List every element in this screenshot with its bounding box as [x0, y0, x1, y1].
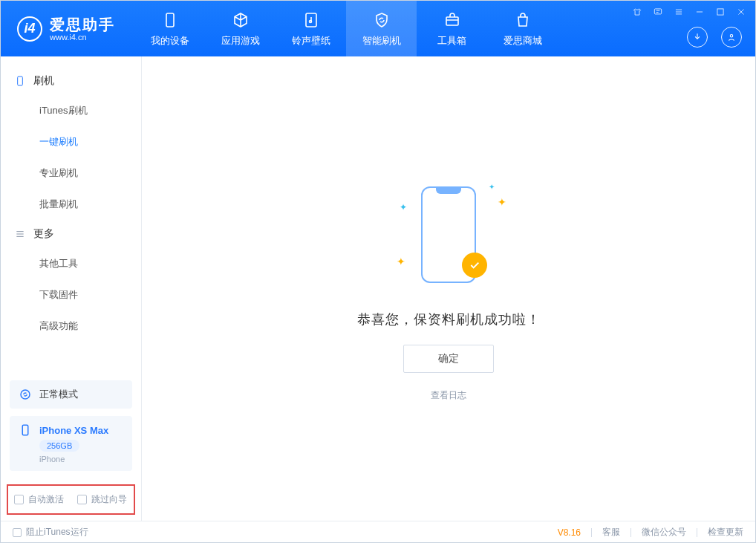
tab-apps-games[interactable]: 应用游戏 — [205, 1, 276, 56]
phone-icon — [19, 423, 32, 437]
tab-ringtones[interactable]: 铃声壁纸 — [276, 1, 346, 56]
mode-label: 正常模式 — [39, 388, 78, 401]
bag-icon — [513, 10, 532, 30]
tab-store[interactable]: 爱思商城 — [487, 1, 558, 56]
feedback-icon[interactable] — [653, 7, 663, 17]
list-icon — [14, 228, 26, 240]
sidebar-group-more[interactable]: 更多 — [1, 220, 141, 248]
device-icon — [14, 75, 26, 87]
sidebar-cards: 正常模式 iPhone XS Max 256GB iPhone — [1, 373, 141, 478]
sidebar-item-download-firmware[interactable]: 下载固件 — [1, 279, 141, 310]
sidebar-group-flash[interactable]: 刷机 — [1, 67, 141, 95]
mode-card[interactable]: 正常模式 — [10, 380, 132, 409]
tab-label: 我的设备 — [151, 34, 189, 48]
checkbox-label: 自动激活 — [28, 493, 64, 506]
sidebar-item-oneclick-flash[interactable]: 一键刷机 — [1, 126, 141, 157]
device-card[interactable]: iPhone XS Max 256GB iPhone — [10, 416, 132, 471]
success-check-icon — [462, 253, 487, 278]
checkbox-icon — [14, 495, 24, 504]
sidebar-item-other-tools[interactable]: 其他工具 — [1, 248, 141, 279]
sync-icon — [19, 388, 32, 401]
checkbox-block-itunes[interactable]: 阻止iTunes运行 — [13, 526, 88, 539]
window-controls — [632, 7, 746, 17]
checkbox-icon — [77, 495, 87, 504]
menu-icon[interactable] — [674, 7, 684, 17]
minimize-icon[interactable] — [694, 7, 705, 17]
footer-link-support[interactable]: 客服 — [602, 526, 620, 539]
maximize-icon[interactable] — [715, 7, 726, 17]
footer-link-update[interactable]: 检查更新 — [708, 526, 743, 539]
tab-my-device[interactable]: 我的设备 — [134, 1, 205, 56]
tshirt-icon[interactable] — [632, 7, 642, 17]
svg-point-8 — [21, 390, 30, 399]
main-content: ✦ ✦ ✦ ✦ 恭喜您，保资料刷机成功啦！ 确定 查看日志 — [142, 56, 755, 521]
sparkle-icon: ✦ — [400, 202, 407, 212]
tab-toolbox[interactable]: 工具箱 — [417, 1, 487, 56]
phone-icon — [160, 10, 180, 30]
header-tabs: 我的设备 应用游戏 铃声壁纸 智能刷机 工具箱 爱思商城 — [134, 1, 558, 56]
view-log-link[interactable]: 查看日志 — [431, 389, 466, 402]
svg-rect-6 — [717, 9, 723, 15]
app-body: 刷机 iTunes刷机 一键刷机 专业刷机 批量刷机 更多 其他工具 下载固件 … — [1, 56, 755, 521]
checkbox-skip-guide[interactable]: 跳过向导 — [77, 493, 127, 506]
tab-label: 智能刷机 — [362, 34, 401, 48]
header-action-icons — [687, 27, 742, 48]
sidebar-group-label: 刷机 — [33, 74, 54, 88]
user-button[interactable] — [721, 27, 742, 48]
svg-rect-0 — [166, 13, 174, 27]
tab-smart-flash[interactable]: 智能刷机 — [346, 1, 417, 56]
sparkle-icon: ✦ — [489, 183, 495, 191]
app-title: 爱思助手 — [50, 16, 115, 33]
sidebar-item-pro-flash[interactable]: 专业刷机 — [1, 157, 141, 189]
sparkle-icon: ✦ — [397, 256, 405, 267]
svg-rect-9 — [22, 425, 28, 435]
divider — [591, 528, 592, 537]
logo-text: 爱思助手 www.i4.cn — [50, 16, 115, 42]
svg-rect-3 — [446, 17, 458, 25]
checkbox-label: 阻止iTunes运行 — [26, 526, 88, 539]
divider — [630, 528, 631, 537]
success-illustration: ✦ ✦ ✦ ✦ — [389, 175, 508, 294]
app-header: i4 爱思助手 www.i4.cn 我的设备 应用游戏 铃声壁纸 智能刷机 工具… — [1, 1, 755, 56]
music-file-icon — [302, 10, 321, 30]
sidebar-group-label: 更多 — [33, 227, 54, 241]
sidebar-item-batch-flash[interactable]: 批量刷机 — [1, 189, 141, 220]
cube-icon — [231, 10, 250, 30]
app-logo: i4 爱思助手 www.i4.cn — [1, 16, 128, 42]
checkbox-auto-activate[interactable]: 自动激活 — [14, 493, 64, 506]
device-storage-badge: 256GB — [39, 440, 79, 452]
checkbox-label: 跳过向导 — [91, 493, 127, 506]
device-type: iPhone — [39, 455, 65, 464]
logo-icon: i4 — [17, 16, 42, 42]
download-button[interactable] — [687, 27, 708, 48]
svg-point-2 — [309, 20, 311, 22]
footer-link-wechat[interactable]: 微信公众号 — [642, 526, 686, 539]
svg-point-4 — [730, 35, 733, 38]
ok-button[interactable]: 确定 — [403, 345, 494, 373]
tab-label: 铃声壁纸 — [292, 34, 330, 48]
highlighted-checkbox-row: 自动激活 跳过向导 — [7, 484, 135, 515]
svg-rect-7 — [18, 77, 23, 85]
tab-label: 工具箱 — [437, 34, 466, 48]
success-message: 恭喜您，保资料刷机成功啦！ — [357, 310, 541, 328]
toolbox-icon — [443, 10, 462, 30]
app-subtitle: www.i4.cn — [50, 33, 115, 42]
sparkle-icon: ✦ — [498, 196, 506, 208]
checkbox-icon — [13, 528, 22, 537]
tab-label: 应用游戏 — [221, 34, 260, 48]
sidebar-item-itunes-flash[interactable]: iTunes刷机 — [1, 95, 141, 126]
status-bar: 阻止iTunes运行 V8.16 客服 微信公众号 检查更新 — [1, 521, 755, 543]
close-icon[interactable] — [736, 7, 746, 17]
svg-rect-5 — [654, 9, 661, 14]
sidebar: 刷机 iTunes刷机 一键刷机 专业刷机 批量刷机 更多 其他工具 下载固件 … — [1, 56, 142, 521]
sidebar-item-advanced[interactable]: 高级功能 — [1, 310, 141, 342]
divider — [697, 528, 697, 537]
tab-label: 爱思商城 — [504, 34, 542, 48]
shield-sync-icon — [372, 10, 391, 30]
version-label: V8.16 — [558, 527, 581, 538]
device-name: iPhone XS Max — [39, 425, 108, 436]
